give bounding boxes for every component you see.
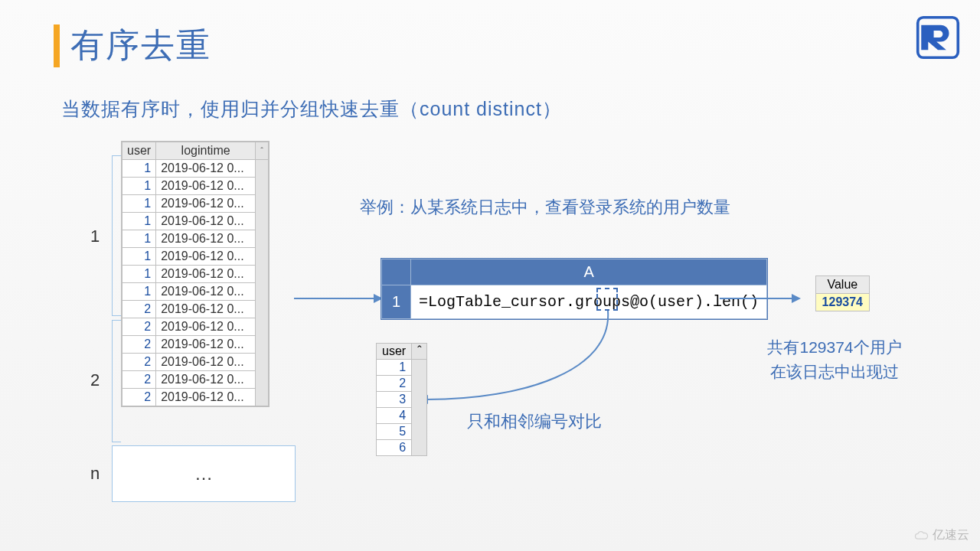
watermark: 亿速云 <box>913 527 969 543</box>
user-list-value: 6 <box>377 440 412 456</box>
result-value: 129374 <box>815 294 869 311</box>
table-row: 22019-06-12 0... <box>122 318 269 336</box>
distinct-user-list: user ˆ 123456 <box>376 343 427 456</box>
log-data-table: user logintime ˆ 12019-06-12 0...12019-0… <box>121 141 270 407</box>
cell-logintime: 2019-06-12 0... <box>156 230 256 248</box>
arrow-right-icon <box>294 291 386 306</box>
cell-user: 1 <box>122 195 156 213</box>
title-text: 有序去重 <box>70 23 211 68</box>
cell-user: 1 <box>122 178 156 195</box>
cell-user: 2 <box>122 354 156 371</box>
table-row: 12019-06-12 0... <box>122 195 269 213</box>
svg-marker-4 <box>792 294 801 303</box>
cell-user: 1 <box>122 266 156 283</box>
cell-user: 2 <box>122 301 156 318</box>
codegrid-corner <box>382 259 411 285</box>
codegrid-row-header: 1 <box>382 285 411 319</box>
table-row: 12019-06-12 0... <box>122 213 269 230</box>
formula-highlight-char: o <box>639 293 648 311</box>
scrollbar-track[interactable] <box>412 360 427 456</box>
cloud-icon <box>913 530 929 541</box>
user-list-value: 1 <box>377 360 412 376</box>
table-row: 22019-06-12 0... <box>122 336 269 354</box>
col-header-user: user <box>122 142 156 160</box>
table-row: 22019-06-12 0... <box>122 389 269 406</box>
cell-logintime: 2019-06-12 0... <box>156 354 256 371</box>
cell-user: 1 <box>122 160 156 178</box>
cell-logintime: 2019-06-12 0... <box>156 248 256 266</box>
result-caption-line1: 共有129374个用户 <box>767 338 901 356</box>
cell-user: 2 <box>122 371 156 389</box>
example-caption: 举例：从某系统日志中，查看登录系统的用户数量 <box>360 196 730 219</box>
table-row: 12019-06-12 0... <box>122 266 269 283</box>
user-list-header: user <box>377 344 412 360</box>
user-list-value: 3 <box>377 392 412 408</box>
col-header-logintime: logintime <box>156 142 256 160</box>
group-bracket-2 <box>112 320 121 442</box>
cell-logintime: 2019-06-12 0... <box>156 266 256 283</box>
user-list-value: 2 <box>377 376 412 392</box>
table-row: 12019-06-12 0... <box>122 160 269 178</box>
title-accent-bar <box>54 24 60 67</box>
formula-prefix: =LogTable_cursor.groups@ <box>419 293 639 311</box>
cell-logintime: 2019-06-12 0... <box>156 336 256 354</box>
adjacent-compare-caption: 只和相邻编号对比 <box>467 410 602 433</box>
table-row: 12019-06-12 0... <box>122 248 269 266</box>
cell-user: 1 <box>122 230 156 248</box>
cell-logintime: 2019-06-12 0... <box>156 283 256 301</box>
arrow-curve-down-icon <box>417 309 616 424</box>
codegrid-col-header: A <box>411 259 767 285</box>
user-list-value: 5 <box>377 424 412 440</box>
group-label-2: 2 <box>90 370 100 390</box>
cell-logintime: 2019-06-12 0... <box>156 213 256 230</box>
table-row: 12019-06-12 0... <box>122 230 269 248</box>
cell-logintime: 2019-06-12 0... <box>156 301 256 318</box>
table-row: 12019-06-12 0... <box>122 178 269 195</box>
cell-logintime: 2019-06-12 0... <box>156 389 256 406</box>
cell-logintime: 2019-06-12 0... <box>156 178 256 195</box>
table-row: 12019-06-12 0... <box>122 283 269 301</box>
cell-logintime: 2019-06-12 0... <box>156 318 256 336</box>
user-list-value: 4 <box>377 408 412 424</box>
brand-logo-icon <box>916 15 960 60</box>
result-caption-line2: 在该日志中出现过 <box>770 363 899 380</box>
watermark-text: 亿速云 <box>933 527 969 543</box>
group-label-1: 1 <box>90 227 100 246</box>
slide-title: 有序去重 <box>54 23 211 68</box>
arrow-right-icon <box>720 291 804 306</box>
result-header: Value <box>815 276 869 294</box>
list-item: 1 <box>377 360 427 376</box>
cell-user: 1 <box>122 213 156 230</box>
cell-user: 1 <box>122 248 156 266</box>
cell-logintime: 2019-06-12 0... <box>156 160 256 178</box>
scroll-up-icon[interactable]: ˆ <box>412 344 427 360</box>
group-label-n: n <box>90 464 100 484</box>
slide-subtitle: 当数据有序时，使用归并分组快速去重（count distinct） <box>61 96 562 122</box>
cell-user: 2 <box>122 389 156 406</box>
scroll-up-icon[interactable]: ˆ <box>256 142 269 160</box>
cell-logintime: 2019-06-12 0... <box>156 371 256 389</box>
group-bracket-1 <box>112 155 121 316</box>
table-row: 22019-06-12 0... <box>122 301 269 318</box>
cell-user: 2 <box>122 336 156 354</box>
result-value-box: Value 129374 <box>815 276 870 311</box>
table-row: 22019-06-12 0... <box>122 354 269 371</box>
cell-user: 2 <box>122 318 156 336</box>
cell-user: 1 <box>122 283 156 301</box>
result-caption: 共有129374个用户 在该日志中出现过 <box>743 335 926 383</box>
ellipsis-box: … <box>112 445 296 502</box>
table-row: 22019-06-12 0... <box>122 371 269 389</box>
scrollbar-track[interactable] <box>256 160 269 406</box>
cell-logintime: 2019-06-12 0... <box>156 195 256 213</box>
